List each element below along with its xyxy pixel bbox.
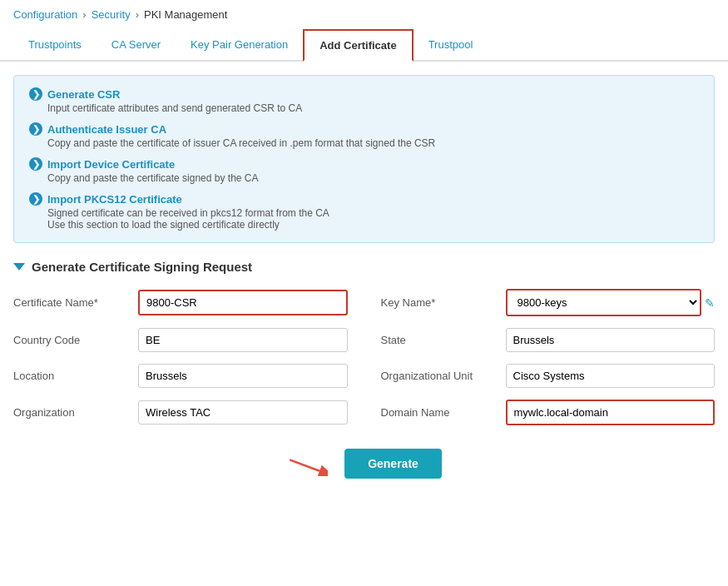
tab-add-certificate[interactable]: Add Certificate <box>303 29 413 62</box>
info-circle-3: ❯ <box>29 157 42 171</box>
generate-area: Generate <box>13 449 715 479</box>
org-unit-input[interactable] <box>506 364 716 388</box>
info-label-1: Generate CSR <box>47 88 120 101</box>
key-name-row: Key Name* 9800-keys ✎ <box>381 289 716 316</box>
svg-line-1 <box>290 459 319 470</box>
csr-form: Certificate Name* Key Name* 9800-keys ✎ … <box>13 289 715 425</box>
breadcrumb-current: PKI Management <box>144 8 227 21</box>
breadcrumb-security[interactable]: Security <box>92 8 131 21</box>
org-input[interactable] <box>138 400 348 425</box>
country-input[interactable] <box>138 328 348 352</box>
info-box: ❯ Generate CSR Input certificate attribu… <box>13 75 715 243</box>
info-label-4: Import PKCS12 Certificate <box>47 193 182 206</box>
domain-input[interactable] <box>506 400 716 425</box>
info-desc-1: Input certificate attributes and send ge… <box>29 102 699 114</box>
domain-label: Domain Name <box>381 406 498 419</box>
info-title-4: ❯ Import PKCS12 Certificate <box>29 192 699 206</box>
info-label-3: Import Device Certificate <box>47 158 175 171</box>
location-input[interactable] <box>138 364 348 388</box>
info-circle-2: ❯ <box>29 122 42 136</box>
info-desc-2: Copy and paste the certificate of issuer… <box>29 137 699 149</box>
tab-trustpool[interactable]: Trustpool <box>414 29 488 60</box>
tab-bar: Trustpoints CA Server Key Pair Generatio… <box>0 29 728 62</box>
csr-section: Generate Certificate Signing Request Cer… <box>13 260 715 479</box>
cert-name-label: Certificate Name* <box>13 296 130 309</box>
section-title: Generate Certificate Signing Request <box>32 260 252 274</box>
info-title-3: ❯ Import Device Certificate <box>29 157 699 171</box>
state-row: State <box>381 328 716 352</box>
cert-name-row: Certificate Name* <box>13 289 348 316</box>
tab-key-pair[interactable]: Key Pair Generation <box>176 29 303 60</box>
breadcrumb-config[interactable]: Configuration <box>13 8 77 21</box>
key-name-edit-icon[interactable]: ✎ <box>705 296 715 310</box>
tab-ca-server[interactable]: CA Server <box>97 29 176 60</box>
info-item-4: ❯ Import PKCS12 Certificate Signed certi… <box>29 192 699 231</box>
state-input[interactable] <box>506 328 716 352</box>
org-row: Organization <box>13 400 348 425</box>
key-name-label: Key Name* <box>381 296 498 309</box>
info-item-2: ❯ Authenticate Issuer CA Copy and paste … <box>29 122 699 149</box>
country-row: Country Code <box>13 328 348 352</box>
generate-arrow-icon <box>286 451 328 476</box>
info-label-2: Authenticate Issuer CA <box>47 123 166 136</box>
info-desc-4b: Use this section to load the signed cert… <box>29 219 699 231</box>
info-circle-4: ❯ <box>29 192 42 206</box>
key-name-wrap: 9800-keys ✎ <box>506 289 716 316</box>
breadcrumb-sep1: › <box>82 8 86 21</box>
generate-button[interactable]: Generate <box>344 449 442 479</box>
info-circle-1: ❯ <box>29 87 42 101</box>
breadcrumb: Configuration › Security › PKI Managemen… <box>0 0 728 29</box>
org-unit-row: Organizational Unit <box>381 364 716 388</box>
info-title-2: ❯ Authenticate Issuer CA <box>29 122 699 136</box>
key-name-select[interactable]: 9800-keys <box>506 289 702 316</box>
info-desc-3: Copy and paste the certificate signed by… <box>29 172 699 184</box>
info-item-3: ❯ Import Device Certificate Copy and pas… <box>29 157 699 184</box>
org-label: Organization <box>13 406 130 419</box>
state-label: State <box>381 334 498 346</box>
location-row: Location <box>13 364 348 388</box>
info-title-1: ❯ Generate CSR <box>29 87 699 101</box>
domain-row: Domain Name <box>381 400 716 425</box>
breadcrumb-sep2: › <box>136 8 139 21</box>
location-label: Location <box>13 370 130 382</box>
section-header: Generate Certificate Signing Request <box>13 260 715 274</box>
cert-name-input[interactable] <box>138 290 348 315</box>
info-desc-4a: Signed certificate can be received in pk… <box>29 207 699 219</box>
info-item-1: ❯ Generate CSR Input certificate attribu… <box>29 87 699 114</box>
org-unit-label: Organizational Unit <box>381 370 498 382</box>
section-collapse-icon[interactable] <box>13 263 25 271</box>
tab-trustpoints[interactable]: Trustpoints <box>13 29 97 60</box>
country-label: Country Code <box>13 334 130 346</box>
